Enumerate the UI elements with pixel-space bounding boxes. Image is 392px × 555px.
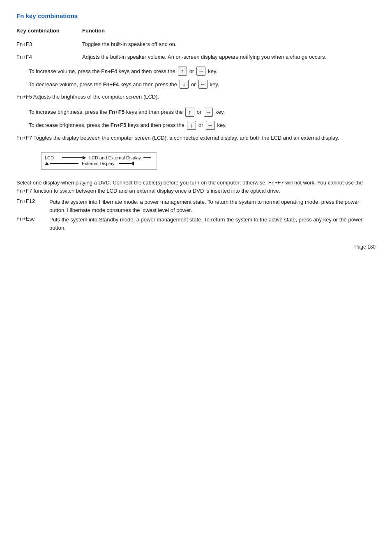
lcd-line-3 (50, 163, 78, 164)
key-end-4: key. (217, 122, 227, 128)
left-arrow-icon-bright: ← (206, 121, 215, 130)
decrease-brightness-text: To decrease brightness, press the Fn+F5 … (29, 122, 184, 128)
or-text-2: or (191, 81, 196, 88)
dvd-note: Select one display when playing a DVD. C… (16, 179, 376, 195)
increase-brightness-text: To increase brightness, press the Fn+F5 … (29, 109, 183, 115)
header-row: Key combination Function (16, 28, 376, 34)
fn-f12-row: Fn+F12 Puts the system into Hibernate mo… (16, 198, 376, 214)
up-arrowhead (45, 162, 49, 165)
fn-esc-key: Fn+Esc (16, 216, 49, 222)
ext-display-label: External Display (82, 161, 114, 166)
fn-f4-key: Fn+F4 (16, 54, 82, 60)
down-arrow-icon-bright: ↓ (187, 121, 196, 130)
header-key-combination: Key combination (16, 28, 82, 34)
increase-brightness-line: To increase brightness, press the Fn+F5 … (29, 108, 376, 117)
fn-f7-desc: Fn+F7 Toggles the display between the co… (16, 134, 376, 142)
lcd-diagram-container: LCD LCD and External Display External Di… (29, 148, 376, 174)
fn-f4-section: Fn+F4 Adjusts the built-in speaker volum… (16, 54, 376, 60)
fn-f4-desc: Adjusts the built-in speaker volume. An … (82, 54, 376, 60)
fn-f12-key: Fn+F12 (16, 198, 49, 204)
fn-f5-section: Fn+F5 Adjusts the brightness of the comp… (16, 93, 376, 101)
page-number: Page 180 (16, 244, 376, 250)
up-arrow-icon-bright: ↑ (185, 108, 194, 117)
fn-f7-section: Fn+F7 Toggles the display between the co… (16, 134, 376, 142)
down-arrow-icon-vol: ↓ (180, 80, 189, 89)
lcd-diagram: LCD LCD and External Display External Di… (41, 152, 157, 170)
lcd-back-arrow (119, 161, 134, 166)
decrease-brightness-line: To decrease brightness, press the Fn+F5 … (29, 121, 376, 130)
up-arrow-icon: ↑ (178, 67, 187, 76)
increase-volume-line: To increase volume, press the Fn+F4 keys… (29, 67, 376, 76)
lcd-label: LCD (45, 155, 60, 160)
lcd-bottom-row: External Display (45, 161, 151, 166)
increase-volume-text: To increase volume, press the Fn+F4 keys… (29, 68, 175, 74)
fn-esc-row: Fn+Esc Puts the system into Standby mode… (16, 216, 376, 232)
fn-f3-desc: Toggles the built-in speakers off and on… (82, 41, 376, 47)
fn-f12-desc: Puts the system into Hibernate mode, a p… (49, 198, 376, 214)
key-end-1: key. (208, 68, 217, 74)
key-end-2: key. (210, 81, 219, 88)
fn-f3-section: Fn+F3 Toggles the built-in speakers off … (16, 41, 376, 47)
lcd-and-ext-label: LCD and External Display (89, 155, 141, 160)
key-end-3: key. (215, 109, 225, 115)
lcd-line-1 (62, 157, 83, 158)
fn-f3-key: Fn+F3 (16, 41, 82, 47)
lcd-end-line (143, 157, 151, 158)
or-text-1: or (189, 68, 194, 74)
right-arrow-icon: → (196, 67, 205, 76)
page-title: Fn key combinations (16, 12, 376, 19)
decrease-volume-text: To decrease volume, press the Fn+F4 keys… (29, 81, 177, 88)
lcd-line-2 (143, 157, 151, 158)
lcd-up-arrow (45, 162, 78, 165)
right-arrow-icon-bright: → (204, 108, 213, 117)
left-arrow-icon-vol: ← (198, 80, 208, 89)
lcd-line-4 (119, 163, 131, 164)
lcd-arrow-right-line (62, 156, 86, 160)
decrease-volume-line: To decrease volume, press the Fn+F4 keys… (29, 80, 376, 89)
header-function: Function (82, 28, 105, 34)
left-arrowhead (131, 161, 134, 166)
or-text-3: or (197, 109, 202, 115)
fn-esc-desc: Puts the system into Standby mode, a pow… (49, 216, 376, 232)
fn-f5-desc: Fn+F5 Adjusts the brightness of the comp… (16, 93, 376, 101)
lcd-top-row: LCD LCD and External Display (45, 155, 151, 160)
arrow-right-head (83, 156, 86, 160)
or-text-4: or (198, 122, 203, 128)
bottom-text-block: Select one display when playing a DVD. C… (16, 179, 376, 232)
